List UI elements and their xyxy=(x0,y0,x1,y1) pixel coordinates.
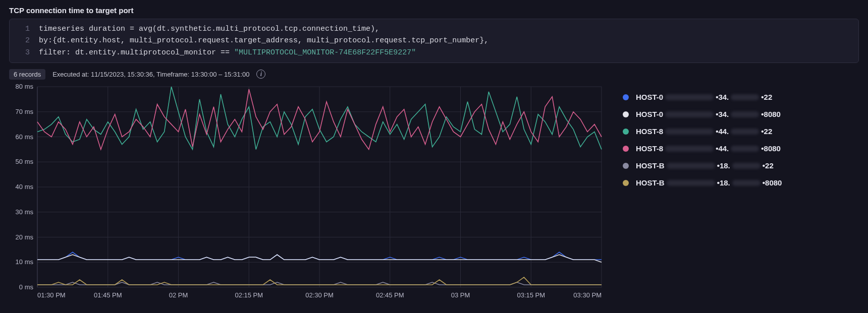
code-line-number: 2 xyxy=(10,35,39,46)
svg-text:02 PM: 02 PM xyxy=(169,291,188,299)
legend-label: HOST-0•34.•8080 xyxy=(636,110,781,118)
legend-color-dot xyxy=(623,94,629,100)
legend-color-dot xyxy=(623,146,629,152)
legend-label: HOST-8•44.•8080 xyxy=(636,144,781,153)
legend-color-dot xyxy=(623,111,629,117)
chart-legend: HOST-0•34.•22HOST-0•34.•8080HOST-8•44.•2… xyxy=(608,82,782,192)
legend-label: HOST-0•34.•22 xyxy=(636,93,772,101)
svg-text:60 ms: 60 ms xyxy=(16,133,34,140)
legend-item[interactable]: HOST-B•18.•22 xyxy=(623,157,782,174)
svg-text:02:15 PM: 02:15 PM xyxy=(235,291,263,299)
svg-text:01:45 PM: 01:45 PM xyxy=(94,291,122,299)
svg-text:20 ms: 20 ms xyxy=(16,233,34,240)
legend-label: HOST-B•18.•8080 xyxy=(636,178,782,187)
legend-label: HOST-8•44.•22 xyxy=(636,127,772,136)
svg-text:70 ms: 70 ms xyxy=(16,108,34,115)
legend-color-dot xyxy=(623,180,629,186)
legend-item[interactable]: HOST-0•34.•8080 xyxy=(623,106,782,123)
svg-text:01:30 PM: 01:30 PM xyxy=(37,291,66,299)
svg-text:0 ms: 0 ms xyxy=(19,283,34,291)
svg-text:02:30 PM: 02:30 PM xyxy=(305,291,334,299)
svg-text:50 ms: 50 ms xyxy=(16,158,34,165)
code-line-number: 1 xyxy=(10,23,39,35)
meta-row: 6 records Executed at: 11/15/2023, 15:30… xyxy=(9,69,859,80)
legend-label: HOST-B•18.•22 xyxy=(636,161,774,170)
code-line[interactable]: by:{dt.entity.host, multi_protocol.reque… xyxy=(39,35,489,46)
legend-item[interactable]: HOST-0•34.•22 xyxy=(623,89,782,106)
svg-text:10 ms: 10 ms xyxy=(16,258,34,266)
legend-color-dot xyxy=(623,129,629,135)
panel-title: TCP connection time to target port xyxy=(9,6,859,15)
svg-text:03 PM: 03 PM xyxy=(451,291,470,299)
svg-text:30 ms: 30 ms xyxy=(16,208,34,216)
svg-text:03:15 PM: 03:15 PM xyxy=(517,291,545,299)
legend-item[interactable]: HOST-B•18.•8080 xyxy=(623,174,782,192)
executed-text: Executed at: 11/15/2023, 15:30:36, Timef… xyxy=(52,71,249,78)
records-badge: 6 records xyxy=(9,69,45,80)
query-editor[interactable]: 1timeseries duration = avg(dt.synthetic.… xyxy=(9,19,859,63)
info-icon[interactable]: i xyxy=(256,70,265,79)
code-line-number: 3 xyxy=(10,47,39,58)
legend-item[interactable]: HOST-8•44.•8080 xyxy=(623,140,782,157)
chart[interactable]: 0 ms10 ms20 ms30 ms40 ms50 ms60 ms70 ms8… xyxy=(9,82,608,305)
legend-item[interactable]: HOST-8•44.•22 xyxy=(623,123,782,140)
svg-text:03:30 PM: 03:30 PM xyxy=(573,291,602,299)
svg-text:40 ms: 40 ms xyxy=(16,183,34,191)
svg-text:80 ms: 80 ms xyxy=(16,83,34,90)
legend-color-dot xyxy=(623,163,629,169)
code-line[interactable]: filter: dt.entity.multiprotocol_monitor … xyxy=(39,47,416,58)
svg-text:02:45 PM: 02:45 PM xyxy=(376,291,404,299)
code-line[interactable]: timeseries duration = avg(dt.synthetic.m… xyxy=(39,23,379,35)
